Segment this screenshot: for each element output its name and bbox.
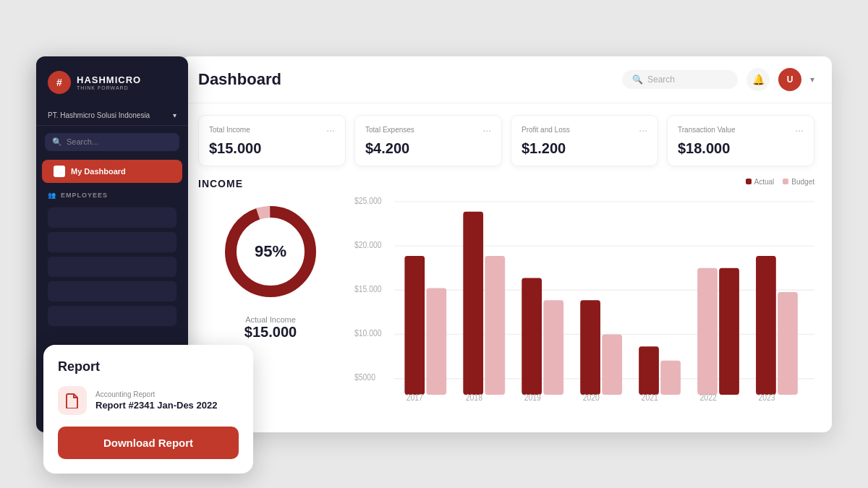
report-card: Report Accounting Report Report #2341 Ja… xyxy=(43,345,253,474)
stat-card-header: Profit and Loss ··· xyxy=(522,124,647,136)
sidebar-menu-item-5[interactable] xyxy=(48,306,176,326)
svg-text:$5000: $5000 xyxy=(354,372,375,382)
stat-card-label: Total Expenses xyxy=(365,126,414,134)
stat-cards: Total Income ··· $15.000 Total Expenses … xyxy=(181,103,832,166)
bar-chart-area: Actual Budget $25.000 $20.000 $15.000 $1… xyxy=(354,178,814,421)
sidebar-section-employees: 👥 EMPLOYEES xyxy=(36,186,188,205)
search-icon: 🔍 xyxy=(52,137,62,147)
sidebar-item-dashboard[interactable]: My Dashboard xyxy=(42,160,182,183)
search-icon: 🔍 xyxy=(632,74,643,85)
chevron-down-icon: ▾ xyxy=(810,74,814,85)
sidebar-item-label: My Dashboard xyxy=(71,167,126,176)
notification-bell[interactable]: 🔔 xyxy=(746,68,770,91)
svg-text:2022: 2022 xyxy=(700,393,717,402)
svg-rect-25 xyxy=(756,256,776,395)
svg-text:2023: 2023 xyxy=(759,393,775,402)
svg-text:$20.000: $20.000 xyxy=(354,240,382,249)
download-report-button[interactable]: Download Report xyxy=(58,427,239,459)
svg-rect-22 xyxy=(660,360,681,394)
svg-text:2018: 2018 xyxy=(466,393,482,402)
svg-text:2020: 2020 xyxy=(583,393,600,402)
stat-card-1: Total Expenses ··· $4.200 xyxy=(354,115,502,166)
svg-rect-13 xyxy=(404,256,425,395)
stat-card-more-icon[interactable]: ··· xyxy=(326,124,335,136)
legend-label: Budget xyxy=(791,178,814,186)
search-input[interactable] xyxy=(647,74,728,85)
header-actions: 🔍 🔔 U ▾ xyxy=(622,68,814,91)
page-title: Dashboard xyxy=(198,70,281,89)
svg-text:$10.000: $10.000 xyxy=(354,328,382,338)
dashboard-header: Dashboard 🔍 🔔 U ▾ xyxy=(181,56,832,103)
report-name: Report #2341 Jan-Des 2022 xyxy=(95,400,217,411)
logo-text: HASHMICRO THINK FORWARD xyxy=(77,74,141,90)
svg-rect-15 xyxy=(463,211,483,394)
legend-item-budget: Budget xyxy=(783,178,814,186)
legend-dot xyxy=(746,179,752,184)
svg-rect-17 xyxy=(522,278,542,394)
donut-percent-label: 95% xyxy=(255,242,286,261)
svg-rect-20 xyxy=(602,334,622,394)
stat-card-label: Profit and Loss xyxy=(522,126,570,134)
actual-income-value: $15.000 xyxy=(198,324,343,341)
svg-rect-26 xyxy=(778,292,798,395)
chart-legend: Actual Budget xyxy=(354,178,814,186)
income-title: INCOME xyxy=(198,178,243,189)
report-file-icon xyxy=(58,386,87,415)
stat-card-value: $18.000 xyxy=(678,140,804,157)
income-section: INCOME 95% Actual Income $15.000 xyxy=(181,166,832,432)
stat-card-more-icon[interactable]: ··· xyxy=(795,124,804,136)
stat-card-header: Total Income ··· xyxy=(209,124,335,136)
svg-rect-16 xyxy=(485,256,505,395)
chart-wrapper: $25.000 $20.000 $15.000 $10.000 $5000 xyxy=(354,192,814,413)
legend-item-actual: Actual xyxy=(746,178,775,186)
report-item: Accounting Report Report #2341 Jan-Des 2… xyxy=(58,386,239,415)
actual-income-label: Actual Income xyxy=(198,315,343,324)
stat-card-more-icon[interactable]: ··· xyxy=(482,124,491,136)
bell-icon: 🔔 xyxy=(752,74,765,85)
company-name: PT. Hashmicro Solusi Indonesia xyxy=(48,111,150,119)
stat-card-header: Transaction Value ··· xyxy=(678,124,804,136)
stat-card-label: Transaction Value xyxy=(678,126,736,134)
svg-rect-18 xyxy=(543,300,563,395)
brand-name: HASHMICRO xyxy=(77,74,141,85)
sidebar-search-input[interactable] xyxy=(67,137,172,146)
stat-card-0: Total Income ··· $15.000 xyxy=(198,115,346,166)
legend-label: Actual xyxy=(754,178,775,186)
report-card-title: Report xyxy=(58,359,239,374)
stat-card-value: $4.200 xyxy=(365,140,491,157)
sidebar-menu-item-1[interactable] xyxy=(48,207,176,228)
brand-tagline: THINK FORWARD xyxy=(77,85,141,90)
employees-icon: 👥 xyxy=(48,192,56,199)
dashboard-main: Dashboard 🔍 🔔 U ▾ Total Income ··· xyxy=(181,56,832,432)
bar-chart-svg: $25.000 $20.000 $15.000 $10.000 $5000 xyxy=(354,192,814,413)
company-selector[interactable]: PT. Hashmicro Solusi Indonesia ▾ xyxy=(36,106,188,126)
stat-card-label: Total Income xyxy=(209,126,250,134)
stat-card-3: Transaction Value ··· $18.000 xyxy=(667,115,814,166)
sidebar-menu-rows xyxy=(36,205,188,333)
donut-chart: 95% xyxy=(220,201,321,302)
svg-rect-14 xyxy=(426,288,446,394)
chevron-down-icon: ▾ xyxy=(173,111,176,119)
sidebar-search[interactable]: 🔍 xyxy=(45,133,179,151)
svg-rect-19 xyxy=(580,300,600,395)
report-label: Accounting Report xyxy=(95,390,217,398)
sidebar-logo: # HASHMICRO THINK FORWARD xyxy=(36,71,188,106)
stat-card-more-icon[interactable]: ··· xyxy=(639,124,647,136)
main-search[interactable]: 🔍 xyxy=(622,70,738,89)
stat-card-2: Profit and Loss ··· $1.200 xyxy=(511,115,658,166)
svg-rect-23 xyxy=(697,267,718,394)
sidebar-menu-item-3[interactable] xyxy=(48,257,176,277)
svg-text:2021: 2021 xyxy=(642,393,658,402)
legend-dot xyxy=(783,179,788,184)
sidebar-menu-item-4[interactable] xyxy=(48,281,176,301)
svg-text:2019: 2019 xyxy=(524,393,541,402)
logo-icon: # xyxy=(48,71,71,94)
stat-card-value: $1.200 xyxy=(522,140,647,157)
dashboard-icon xyxy=(54,166,65,177)
sidebar-menu-item-2[interactable] xyxy=(48,232,176,252)
svg-text:$15.000: $15.000 xyxy=(354,284,382,294)
svg-rect-21 xyxy=(639,346,659,395)
stat-card-value: $15.000 xyxy=(209,140,335,157)
stat-card-header: Total Expenses ··· xyxy=(365,124,491,136)
avatar[interactable]: U xyxy=(778,68,801,91)
